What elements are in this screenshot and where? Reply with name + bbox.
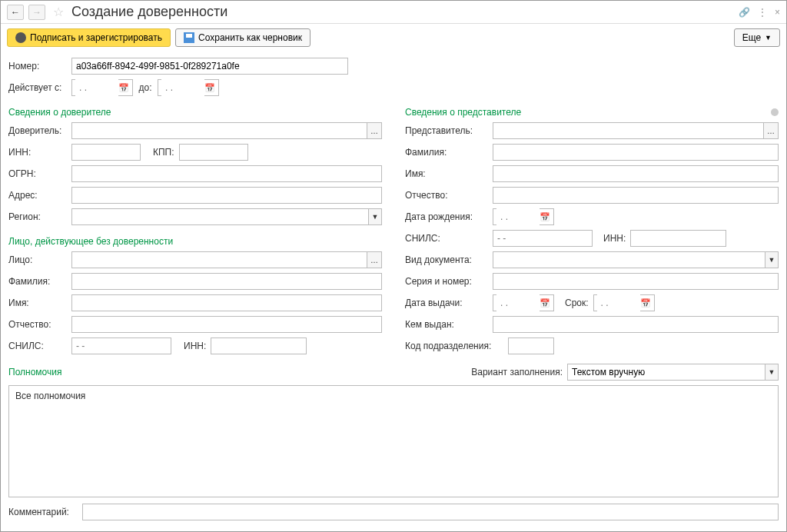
issue-date-label: Дата выдачи: — [405, 298, 488, 308]
region-label: Регион: — [8, 211, 67, 222]
kpp-input[interactable] — [179, 144, 248, 161]
region-input[interactable] — [71, 208, 368, 225]
save-draft-button[interactable]: Сохранить как черновик — [175, 28, 310, 47]
calendar-icon[interactable]: 📅 — [204, 83, 215, 93]
comment-label: Комментарий: — [8, 507, 78, 517]
birthdate-input[interactable]: 📅 — [493, 208, 554, 225]
link-icon[interactable]: 🔗 — [739, 7, 750, 18]
person-input[interactable] — [71, 251, 367, 268]
address-label: Адрес: — [8, 190, 67, 201]
rep-lookup-button[interactable]: … — [763, 122, 779, 139]
ogrn-label: ОГРН: — [8, 168, 67, 179]
calendar-icon[interactable]: 📅 — [540, 212, 550, 222]
calendar-icon[interactable]: 📅 — [118, 83, 129, 93]
inn-input[interactable] — [71, 144, 141, 161]
valid-from-label: Действует с: — [8, 82, 67, 93]
page-title: Создание доверенности — [71, 4, 734, 20]
rep-lastname-input[interactable] — [493, 144, 779, 161]
term-input[interactable]: 📅 — [593, 294, 655, 311]
rep-label: Представитель: — [405, 125, 488, 136]
to-label: до: — [138, 82, 153, 93]
star-icon[interactable]: ☆ — [53, 5, 64, 19]
birthdate-label: Дата рождения: — [405, 211, 488, 222]
doctype-input[interactable] — [493, 251, 765, 268]
rep-firstname-label: Имя: — [405, 168, 488, 179]
number-input[interactable] — [71, 58, 348, 75]
principal-input[interactable] — [71, 122, 367, 139]
doctype-dropdown-button[interactable]: ▼ — [765, 251, 779, 268]
close-icon[interactable]: × — [775, 7, 780, 18]
sign-register-button[interactable]: Подписать и зарегистрировать — [7, 28, 171, 47]
principal-label: Доверитель: — [8, 125, 67, 136]
kpp-label: КПП: — [153, 147, 174, 158]
snils-input[interactable] — [71, 337, 171, 354]
valid-to-date[interactable]: 📅 — [158, 79, 219, 96]
dept-code-input[interactable] — [508, 337, 554, 354]
dept-code-label: Код подразделения: — [405, 341, 503, 351]
rep-snils-label: СНИЛС: — [405, 233, 488, 244]
rep-inn-input[interactable] — [630, 230, 726, 247]
number-label: Номер: — [8, 61, 67, 71]
person-lookup-button[interactable]: … — [367, 251, 382, 268]
rep-snils-input[interactable] — [493, 230, 593, 247]
firstname-input[interactable] — [71, 294, 382, 311]
rep-middlename-label: Отчество: — [405, 190, 488, 201]
rep-lastname-label: Фамилия: — [405, 147, 488, 158]
person-label: Лицо: — [8, 254, 67, 265]
chevron-down-icon: ▼ — [765, 34, 772, 42]
powers-section-header: Полномочия — [8, 367, 61, 377]
fill-variant-dropdown-button[interactable]: ▼ — [765, 364, 779, 381]
middlename-input[interactable] — [71, 316, 382, 333]
firstname-label: Имя: — [8, 298, 67, 308]
issued-by-label: Кем выдан: — [405, 319, 488, 330]
rep-inn-label: ИНН: — [603, 233, 626, 244]
series-num-input[interactable] — [493, 273, 779, 290]
comment-input[interactable] — [82, 504, 779, 520]
fill-variant-input[interactable] — [567, 364, 765, 381]
back-button[interactable]: ← — [7, 5, 24, 20]
fill-variant-label: Вариант заполнения: — [471, 367, 563, 377]
inn-label: ИНН: — [8, 147, 67, 158]
inn2-label: ИНН: — [184, 341, 206, 351]
forward-button[interactable]: → — [28, 5, 45, 20]
snils-label: СНИЛС: — [8, 341, 67, 351]
person-section-header: Лицо, действующее без доверенности — [8, 230, 382, 251]
disk-icon — [184, 32, 194, 43]
more-button[interactable]: Еще ▼ — [734, 28, 780, 47]
principal-lookup-button[interactable]: … — [367, 122, 382, 139]
ogrn-input[interactable] — [71, 165, 382, 182]
rep-input[interactable] — [493, 122, 763, 139]
calendar-icon[interactable]: 📅 — [640, 298, 651, 308]
stamp-icon — [15, 32, 26, 43]
middlename-label: Отчество: — [8, 319, 67, 330]
series-num-label: Серия и номер: — [405, 276, 488, 287]
titlebar: ← → ☆ Создание доверенности 🔗 ⋮ × — [1, 1, 786, 24]
valid-from-date[interactable]: 📅 — [71, 79, 133, 96]
term-label: Срок: — [565, 298, 589, 308]
rep-middlename-input[interactable] — [493, 187, 779, 204]
region-dropdown-button[interactable]: ▼ — [368, 208, 382, 225]
inn2-input[interactable] — [211, 337, 307, 354]
menu-icon[interactable]: ⋮ — [758, 7, 767, 18]
doctype-label: Вид документа: — [405, 254, 488, 265]
powers-textarea[interactable]: Все полномочия — [8, 385, 779, 497]
lastname-input[interactable] — [71, 273, 382, 290]
address-input[interactable] — [71, 187, 382, 204]
issue-date-input[interactable]: 📅 — [493, 294, 554, 311]
issued-by-input[interactable] — [493, 316, 779, 333]
principal-section-header: Сведения о доверителе — [8, 101, 382, 122]
representative-section-header: Сведения о представителе — [405, 101, 779, 122]
toolbar: Подписать и зарегистрировать Сохранить к… — [1, 24, 786, 52]
calendar-icon[interactable]: 📅 — [540, 298, 550, 308]
lastname-label: Фамилия: — [8, 276, 67, 287]
rep-firstname-input[interactable] — [493, 165, 779, 182]
status-dot-icon — [771, 108, 779, 116]
